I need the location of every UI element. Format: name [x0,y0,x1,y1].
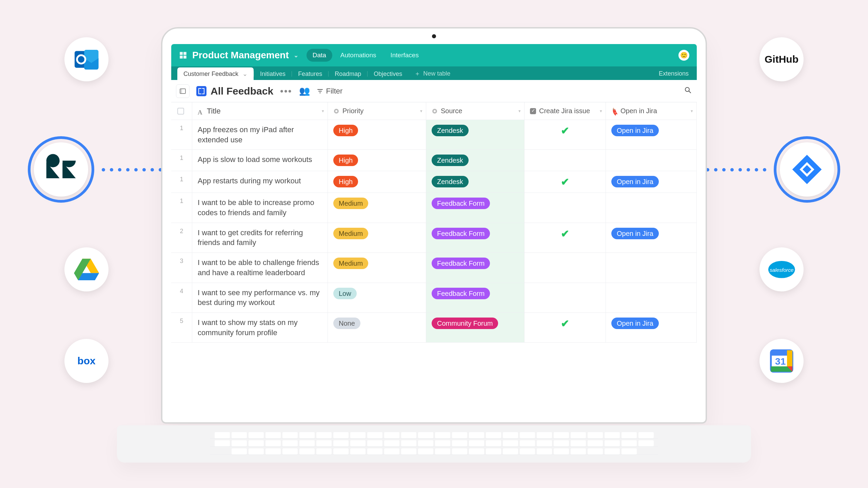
row-number: 2 [171,223,192,252]
table-row[interactable]: 3I want to be able to challenge friends … [171,253,697,283]
cell-priority[interactable]: High [328,150,426,171]
cell-open-jira[interactable] [606,283,697,312]
top-tab-data[interactable]: Data [307,49,332,62]
row-number: 4 [171,283,192,312]
cell-create-jira[interactable] [525,253,606,282]
cell-create-jira[interactable] [525,283,606,312]
extensions-link[interactable]: Extensions [657,67,691,80]
cell-title[interactable]: App restarts during my workout [192,171,328,192]
col-source[interactable]: Source▾ [426,102,525,120]
search-button[interactable] [684,86,692,96]
cell-priority[interactable]: High [328,120,426,149]
cell-source[interactable]: Zendesk [426,171,525,192]
share-button[interactable]: 👥 [299,86,310,96]
outlook-icon [64,37,108,81]
new-table-button[interactable]: ＋ New table [408,67,456,80]
cell-create-jira[interactable]: ✔ [525,223,606,252]
box-icon: box [64,339,108,383]
cell-create-jira[interactable]: ✔ [525,313,606,342]
svg-point-13 [685,87,689,92]
table-row[interactable]: 1App is slow to load some workoutsHighZe… [171,150,697,171]
cell-priority[interactable]: None [328,313,426,342]
workspace-name: Product Management [192,50,289,61]
cell-create-jira[interactable]: ✔ [525,171,606,192]
table-row[interactable]: 5I want to show my stats on my community… [171,313,697,343]
cell-open-jira[interactable] [606,150,697,171]
cell-source[interactable]: Zendesk [426,120,525,149]
github-icon: GitHub [760,37,804,81]
row-number: 1 [171,171,192,192]
row-number: 1 [171,120,192,149]
svg-point-15 [335,110,337,112]
cell-title[interactable]: I want to get credits for referring frie… [192,223,328,252]
col-title[interactable]: ATitle▾ [192,102,328,120]
cell-open-jira[interactable]: Open in Jira [606,313,697,342]
cell-source[interactable]: Feedback Form [426,253,525,282]
keyboard [210,432,658,455]
cell-source[interactable]: Feedback Form [426,193,525,222]
chevron-down-icon: ⌄ [294,52,298,59]
google-drive-icon [64,247,108,291]
laptop-frame: Product Management ⌄ DataAutomationsInte… [161,27,707,424]
cell-open-jira[interactable]: Open in Jira [606,120,697,149]
cell-priority[interactable]: High [328,171,426,192]
table-tab-objectives[interactable]: Objectives [368,68,408,80]
svg-text:31: 31 [775,356,786,367]
cell-source[interactable]: Community Forum [426,313,525,342]
table-tab-initiatives[interactable]: Initiatives [254,68,292,80]
google-calendar-icon: 31 [760,339,804,383]
filter-icon [317,88,323,95]
grid-view-icon [196,86,206,96]
col-create-jira[interactable]: Create Jira issue▾ [525,102,606,120]
cell-create-jira[interactable] [525,193,606,222]
view-menu-button[interactable]: ••• [280,86,292,97]
table-tab-roadmap[interactable]: Roadmap [329,68,367,80]
cell-priority[interactable]: Medium [328,223,426,252]
cell-open-jira[interactable]: Open in Jira [606,223,697,252]
table-tabs-bar: Customer Feedback⌄InitiativesFeaturesRoa… [171,66,697,80]
cell-title[interactable]: I want to see my performance vs. my best… [192,283,328,312]
cell-title[interactable]: I want to show my stats on my community … [192,313,328,342]
cell-title[interactable]: I want to be able to challenge friends a… [192,253,328,282]
row-number: 1 [171,193,192,222]
svg-point-3 [46,154,60,167]
workspace-switcher[interactable]: Product Management ⌄ [179,50,298,61]
svg-point-17 [434,110,436,112]
top-tab-interfaces[interactable]: Interfaces [384,49,425,62]
cell-source[interactable]: Feedback Form [426,223,525,252]
grid: ATitle▾ Priority▾ Source▾ Create Jira is… [171,102,697,413]
row-number: 3 [171,253,192,282]
top-tab-automations[interactable]: Automations [334,49,382,62]
view-name[interactable]: All Feedback [196,85,273,97]
table-row[interactable]: 1I want to be able to increase promo cod… [171,193,697,223]
avatar[interactable]: 🙂 [678,50,689,61]
table-tab-customer-feedback[interactable]: Customer Feedback⌄ [177,67,254,80]
cell-open-jira[interactable]: Open in Jira [606,171,697,192]
table-row[interactable]: 1App restarts during my workoutHighZende… [171,171,697,193]
cell-create-jira[interactable] [525,150,606,171]
camera-dot [432,34,436,38]
table-row[interactable]: 1App freezes on my iPad after extended u… [171,120,697,150]
cell-title[interactable]: App freezes on my iPad after extended us… [192,120,328,149]
cell-source[interactable]: Zendesk [426,150,525,171]
cell-open-jira[interactable] [606,193,697,222]
select-all[interactable] [171,102,192,120]
filter-button[interactable]: Filter [317,87,343,96]
table-row[interactable]: 2I want to get credits for referring fri… [171,223,697,253]
cell-priority[interactable]: Medium [328,253,426,282]
cell-open-jira[interactable] [606,253,697,282]
cell-priority[interactable]: Low [328,283,426,312]
cell-priority[interactable]: Medium [328,193,426,222]
cell-create-jira[interactable]: ✔ [525,120,606,149]
svg-text:salesforce: salesforce [770,267,794,273]
cell-title[interactable]: App is slow to load some workouts [192,150,328,171]
top-tabs: DataAutomationsInterfaces [307,49,425,62]
col-priority[interactable]: Priority▾ [328,102,426,120]
col-open-jira[interactable]: 🔖Open in Jira▾ [606,102,697,120]
table-tab-features[interactable]: Features [292,68,328,80]
view-bar: All Feedback ••• 👥 Filter [171,80,697,102]
cell-source[interactable]: Feedback Form [426,283,525,312]
table-row[interactable]: 4I want to see my performance vs. my bes… [171,283,697,313]
toggle-sidebar-button[interactable] [176,84,190,98]
cell-title[interactable]: I want to be able to increase promo code… [192,193,328,222]
